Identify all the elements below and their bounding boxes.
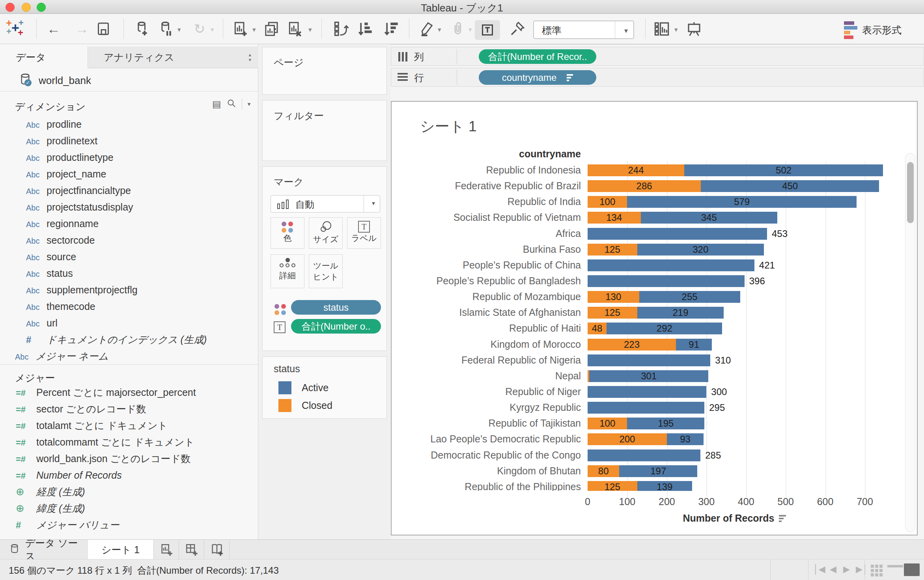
show-me-button[interactable]: 表示形式 <box>844 21 923 39</box>
row-category-label[interactable]: Federative Republic of Brazil <box>392 180 581 192</box>
bar-segment-active[interactable]: 320 <box>637 244 764 255</box>
marks-pill-sum[interactable]: 合計(Number o.. <box>291 319 381 334</box>
axis-sort-icon[interactable] <box>779 515 786 522</box>
bar-segment-closed[interactable]: 223 <box>588 339 676 351</box>
bar-segment-closed[interactable]: 130 <box>588 291 639 303</box>
bar-segment-closed[interactable]: 125 <box>588 481 637 491</box>
bar-segment-active[interactable]: 195 <box>627 418 704 429</box>
row-category-label[interactable]: Republic of Indonesia <box>392 164 581 176</box>
row-category-label[interactable]: Democratic Republic of the Congo <box>392 449 581 461</box>
bar-segment-active[interactable]: 91 <box>676 339 712 351</box>
columns-pill[interactable]: 合計(Number of Recor.. <box>479 49 596 64</box>
field-item[interactable]: =#Percent ごとに majorsector_percent <box>0 384 258 401</box>
swap-rows-columns-icon[interactable] <box>332 19 351 38</box>
field-item[interactable]: ⊕経度 (生成) <box>0 483 258 500</box>
show-mark-labels-button[interactable] <box>475 20 500 40</box>
last-page-icon[interactable]: ▶│ <box>856 564 868 574</box>
label-button[interactable]: T ラベル <box>347 217 381 249</box>
vertical-scrollbar[interactable] <box>905 153 915 532</box>
new-worksheet-tab-button[interactable] <box>154 540 179 559</box>
field-item[interactable]: Abcprodlinetext <box>0 132 258 149</box>
field-item[interactable]: =#totalamt ごとに ドキュメント <box>0 417 258 434</box>
rows-pill[interactable]: countryname <box>479 70 596 85</box>
field-item[interactable]: ⊕緯度 (生成) <box>0 500 258 517</box>
show-tabs-icon[interactable] <box>904 563 920 576</box>
legend-item-closed[interactable]: Closed <box>278 399 332 412</box>
field-item[interactable]: Abcメジャー ネーム <box>0 348 258 364</box>
presentation-mode-icon[interactable] <box>685 19 704 38</box>
field-item[interactable]: Abcprodline <box>0 116 258 132</box>
show-hide-cards-icon[interactable] <box>652 19 671 38</box>
back-icon[interactable]: ← <box>42 19 65 38</box>
row-category-label[interactable]: Republic of Tajikistan <box>392 418 581 429</box>
color-button[interactable]: 色 <box>271 217 304 249</box>
clear-sheet-icon[interactable] <box>285 19 304 38</box>
field-item[interactable]: =#world_bank.json ごとのレコード数 <box>0 450 258 467</box>
fix-axes-icon[interactable] <box>508 19 527 38</box>
row-category-label[interactable]: Republic of Haiti <box>392 323 581 334</box>
field-item[interactable]: Abcproductlinetype <box>0 149 258 166</box>
tab-sheet1[interactable]: シート 1 <box>88 540 154 559</box>
size-button[interactable]: サイズ <box>309 217 343 249</box>
highlight-icon[interactable] <box>417 19 436 38</box>
bar-segment-active[interactable]: 502 <box>684 164 883 176</box>
bar-segment-active[interactable]: 255 <box>639 291 740 303</box>
field-item[interactable]: =#Number of Records <box>0 467 258 483</box>
new-worksheet-caret[interactable]: ▾ <box>252 26 256 34</box>
collapse-pane-icon[interactable]: ▴▾ <box>248 52 251 62</box>
pause-auto-updates-icon[interactable] <box>156 19 175 38</box>
tableau-logo-icon[interactable]: + + + + + <box>6 19 24 38</box>
row-category-label[interactable]: Kingdom of Bhutan <box>392 465 581 477</box>
sort-descending-icon[interactable] <box>382 19 401 38</box>
fit-selector-caret[interactable]: ▾ <box>624 26 628 35</box>
bar-segment-active[interactable] <box>588 275 745 287</box>
x-axis-title[interactable]: Number of Records <box>683 513 786 524</box>
show-hide-cards-caret[interactable]: ▾ <box>674 26 678 34</box>
bar-segment-closed[interactable]: 134 <box>588 212 641 224</box>
field-item[interactable]: Abcsectorcode <box>0 232 258 248</box>
field-item[interactable]: Abcstatus <box>0 265 258 282</box>
field-item[interactable]: Abcproject_name <box>0 166 258 182</box>
new-story-tab-button[interactable] <box>204 540 230 559</box>
tab-analytics[interactable]: アナリティクス ▴▾ <box>88 47 258 68</box>
bar-segment-active[interactable]: 139 <box>637 481 693 491</box>
legend-card[interactable]: status Active Closed <box>262 356 387 419</box>
field-item[interactable]: #メジャー バリュー <box>0 517 258 533</box>
bar-segment-closed[interactable]: 200 <box>588 433 667 445</box>
detail-button[interactable]: 詳細 <box>271 254 304 288</box>
sort-ascending-icon[interactable] <box>356 19 375 38</box>
new-datasource-icon[interactable] <box>133 19 151 38</box>
bar-segment-active[interactable]: 219 <box>637 307 724 319</box>
field-item[interactable]: #ドキュメントのインデックス (生成) <box>0 331 258 348</box>
field-item[interactable]: Abcregionname <box>0 215 258 232</box>
bar-segment-closed[interactable]: 100 <box>588 418 627 429</box>
pages-card[interactable]: ページ <box>262 47 387 95</box>
new-dashboard-tab-button[interactable] <box>179 540 204 559</box>
bar-segment-closed[interactable]: 48 <box>588 323 607 334</box>
bar-segment-closed[interactable]: 244 <box>588 164 684 176</box>
tooltip-button[interactable]: ツールヒント <box>309 254 343 288</box>
prev-page-icon[interactable]: ◀ <box>830 564 836 574</box>
bar-segment-closed[interactable]: 100 <box>588 196 627 208</box>
bar-segment-active[interactable]: 301 <box>589 370 708 382</box>
bar-segment-closed[interactable]: 80 <box>588 465 619 477</box>
pane-menu-caret[interactable]: ▾ <box>248 101 251 108</box>
row-category-label[interactable]: Federal Republic of Nigeria <box>392 354 581 366</box>
bar-segment-closed[interactable]: 125 <box>588 307 637 319</box>
bar-segment-active[interactable] <box>588 449 700 461</box>
row-category-label[interactable]: Lao People’s Democratic Republic <box>392 433 581 445</box>
row-category-label[interactable]: Republic of Niger <box>392 386 581 397</box>
bar-segment-active[interactable]: 579 <box>627 196 856 208</box>
vertical-scrollbar-thumb[interactable] <box>907 162 914 223</box>
row-category-label[interactable]: Socialist Republic of Vietnam <box>392 212 581 223</box>
field-item[interactable]: =#sector ごとのレコード数 <box>0 401 258 417</box>
row-category-label[interactable]: Islamic State of Afghanistan <box>392 307 581 318</box>
field-item[interactable]: =#totalcommamt ごとに ドキュメント <box>0 434 258 450</box>
bar-segment-active[interactable]: 292 <box>607 323 722 334</box>
row-category-label[interactable]: Republic of India <box>392 196 581 207</box>
marks-pill-status[interactable]: status <box>291 300 381 315</box>
bar-segment-active[interactable] <box>588 386 706 398</box>
row-category-label[interactable]: Republic of Mozambique <box>392 291 581 302</box>
mark-type-caret[interactable]: ▾ <box>372 200 375 207</box>
row-category-label[interactable]: Nepal <box>392 370 581 382</box>
